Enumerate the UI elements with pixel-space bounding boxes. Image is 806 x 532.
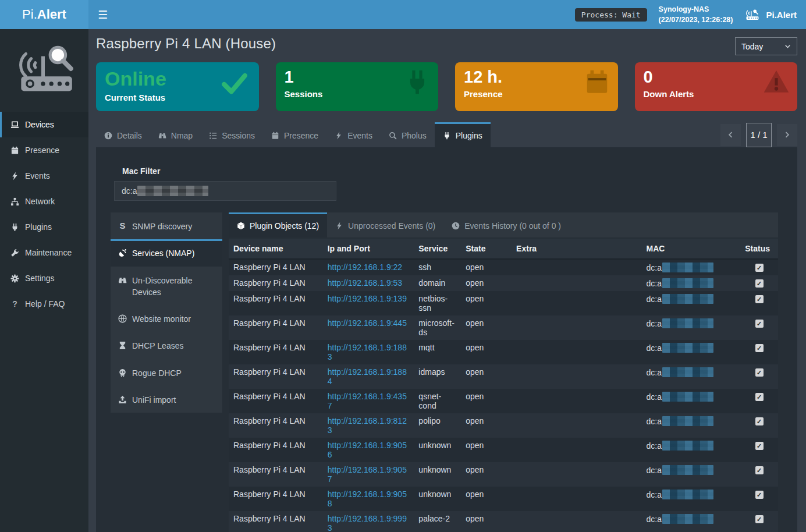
ip-port-link[interactable]: http://192.168.1.9:8123 bbox=[328, 416, 407, 435]
cell-state: open bbox=[461, 275, 512, 291]
sidebar-item-maintenance[interactable]: Maintenance bbox=[0, 240, 88, 265]
cell-mac: dc:a bbox=[641, 511, 740, 532]
tab-label: Presence bbox=[284, 131, 318, 140]
status-card-down-alerts: 0 Down Alerts bbox=[635, 62, 798, 111]
sidebar-item-help[interactable]: ? Help / FAQ bbox=[0, 291, 88, 317]
plugin-nav-dhcp-leases[interactable]: DHCP Leases bbox=[111, 332, 222, 359]
tab-label: Details bbox=[117, 131, 142, 140]
next-page-button[interactable] bbox=[777, 124, 797, 146]
status-checkbox[interactable] bbox=[755, 320, 764, 328]
tab-label: Pholus bbox=[402, 131, 427, 140]
cell-service: microsoft-ds bbox=[414, 315, 461, 340]
cell-device: Raspberry Pi 4 LAN bbox=[229, 315, 323, 340]
plugin-nav-website-monitor[interactable]: Website monitor bbox=[111, 305, 222, 332]
plugin-nav-snmp-discovery[interactable]: S SNMP discovery bbox=[111, 212, 222, 239]
plugins-panel: Mac Filter dc:a S SNMP discovery Service… bbox=[96, 147, 797, 532]
router-icon bbox=[744, 9, 761, 21]
status-checkbox[interactable] bbox=[755, 515, 764, 523]
tab-details[interactable]: Details bbox=[96, 122, 150, 147]
status-checkbox[interactable] bbox=[755, 295, 764, 303]
status-checkbox[interactable] bbox=[755, 264, 764, 272]
ip-port-link[interactable]: http://192.168.1.9:445 bbox=[328, 318, 407, 328]
tab-sessions[interactable]: Sessions bbox=[201, 122, 263, 147]
status-checkbox[interactable] bbox=[755, 393, 764, 401]
period-select[interactable]: Today bbox=[735, 37, 797, 55]
ip-port-link[interactable]: http://192.168.1.9:22 bbox=[328, 263, 402, 272]
ip-port-link[interactable]: http://192.168.1.9:9057 bbox=[328, 465, 407, 484]
cell-device: Raspberry Pi 4 LAN bbox=[229, 389, 323, 413]
cell-extra bbox=[512, 413, 641, 438]
ip-port-link[interactable]: http://192.168.1.9:9058 bbox=[328, 490, 407, 508]
tab-events[interactable]: Events bbox=[326, 122, 381, 147]
cell-state: open bbox=[461, 487, 512, 511]
period-select-value: Today bbox=[741, 42, 763, 51]
plugin-nav-label: Un-Discoverable Devices bbox=[132, 275, 215, 299]
ip-port-link[interactable]: http://192.168.1.9:1883 bbox=[328, 343, 407, 361]
status-checkbox[interactable] bbox=[755, 417, 764, 425]
sidebar-item-plugins[interactable]: Plugins bbox=[0, 214, 88, 240]
tab-plugins[interactable]: Plugins bbox=[435, 122, 491, 147]
brand-suffix: Alert bbox=[37, 7, 66, 22]
ip-port-link[interactable]: http://192.168.1.9:139 bbox=[328, 294, 407, 303]
ip-port-link[interactable]: http://192.168.1.9:53 bbox=[328, 278, 402, 288]
cell-mac: dc:a bbox=[641, 315, 740, 340]
sidebar: Devices Presence Events Network Plugins … bbox=[0, 29, 88, 532]
col-device-name: Device name bbox=[229, 239, 323, 259]
plugin-nav-label: SNMP discovery bbox=[132, 221, 192, 232]
cell-service: domain bbox=[414, 275, 461, 291]
status-checkbox[interactable] bbox=[755, 344, 764, 352]
sidebar-item-network[interactable]: Network bbox=[0, 189, 88, 214]
binocular-icon bbox=[118, 276, 127, 285]
cell-service: idmaps bbox=[414, 364, 461, 389]
sidebar-toggle-icon[interactable]: ☰ bbox=[98, 9, 108, 20]
sidebar-item-events[interactable]: Events bbox=[0, 163, 88, 189]
header-app-brand[interactable]: Pi.Alert bbox=[744, 9, 797, 21]
status-checkbox[interactable] bbox=[755, 466, 764, 474]
cell-service: unknown bbox=[414, 487, 461, 511]
redacted-mac-blur bbox=[662, 514, 713, 524]
cell-extra bbox=[512, 364, 641, 389]
status-checkbox[interactable] bbox=[755, 442, 764, 450]
ip-port-link[interactable]: http://192.168.1.9:4357 bbox=[328, 392, 407, 410]
status-checkbox[interactable] bbox=[755, 491, 764, 499]
plugin-nav-undiscoverable-devices[interactable]: Un-Discoverable Devices bbox=[111, 267, 222, 306]
info-icon bbox=[104, 132, 112, 140]
plugin-nav-unifi-import[interactable]: UniFi import bbox=[111, 386, 222, 413]
cell-device: Raspberry Pi 4 LAN bbox=[229, 462, 323, 487]
sidebar-item-devices[interactable]: Devices bbox=[0, 112, 88, 137]
status-checkbox[interactable] bbox=[755, 368, 764, 377]
prev-page-button[interactable] bbox=[720, 124, 741, 146]
cell-extra bbox=[512, 340, 641, 364]
binocular-icon bbox=[158, 132, 166, 140]
cell-service: mqtt bbox=[414, 340, 461, 364]
sidebar-item-settings[interactable]: Settings bbox=[0, 265, 88, 291]
ip-port-link[interactable]: http://192.168.1.9:1884 bbox=[328, 367, 407, 386]
brand-logo[interactable]: Pi.Alert bbox=[0, 0, 88, 29]
col-extra: Extra bbox=[512, 239, 641, 259]
cell-state: open bbox=[461, 315, 512, 340]
plug-icon bbox=[404, 69, 431, 95]
tab-pholus[interactable]: Pholus bbox=[381, 122, 435, 147]
plugin-nav-rogue-dhcp[interactable]: Rogue DHCP bbox=[111, 359, 222, 386]
laptop-icon bbox=[10, 120, 19, 129]
tab-label: Plugins bbox=[456, 131, 482, 140]
sidebar-item-presence[interactable]: Presence bbox=[0, 137, 88, 163]
sidebar-logo-image bbox=[0, 29, 88, 112]
status-checkbox[interactable] bbox=[755, 279, 764, 288]
tab-presence[interactable]: Presence bbox=[263, 122, 326, 147]
ip-port-link[interactable]: http://192.168.1.9:9056 bbox=[328, 441, 407, 459]
tab-events-history[interactable]: Events History (0 out of 0 ) bbox=[443, 212, 569, 237]
tab-unprocessed-events[interactable]: Unprocessed Events (0) bbox=[327, 212, 443, 237]
cell-state: open bbox=[461, 291, 512, 315]
tab-plugin-objects[interactable]: Plugin Objects (12) bbox=[229, 212, 327, 237]
table-row: Raspberry Pi 4 LAN http://192.168.1.9:53… bbox=[229, 275, 778, 291]
plugin-nav-services-nmap[interactable]: Services (NMAP) bbox=[111, 239, 222, 266]
tab-nmap[interactable]: Nmap bbox=[150, 122, 201, 147]
mac-filter-input[interactable]: dc:a bbox=[114, 181, 336, 201]
table-row: Raspberry Pi 4 LAN http://192.168.1.9:18… bbox=[229, 340, 778, 364]
cell-mac: dc:a bbox=[641, 487, 740, 511]
table-row: Raspberry Pi 4 LAN http://192.168.1.9:90… bbox=[229, 462, 778, 487]
ip-port-link[interactable]: http://192.168.1.9:9993 bbox=[328, 514, 407, 532]
tab-label: Nmap bbox=[171, 131, 193, 140]
dish-icon bbox=[118, 249, 127, 257]
